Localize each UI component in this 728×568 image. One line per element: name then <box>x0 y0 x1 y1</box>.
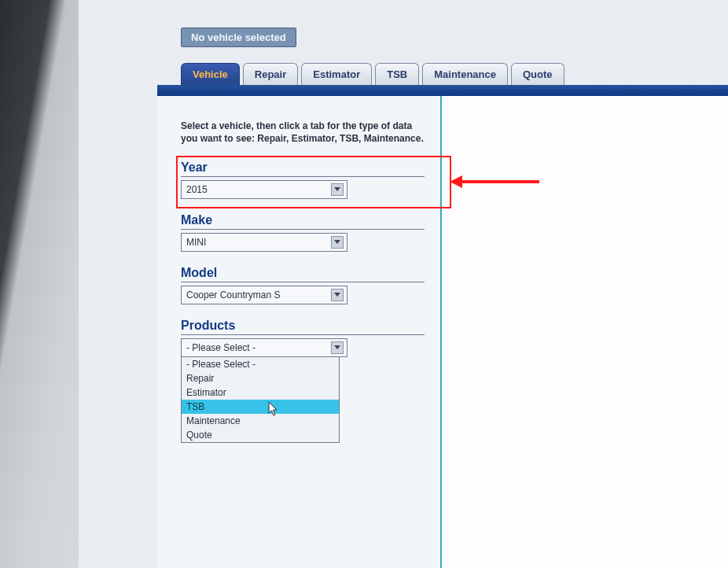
vehicle-status-text: No vehicle selected <box>191 31 286 43</box>
model-dropdown[interactable]: Cooper Countryman S <box>181 286 347 304</box>
make-dropdown[interactable]: MINI <box>181 233 347 252</box>
tab-tsb[interactable]: TSB <box>375 63 419 85</box>
year-value: 2015 <box>186 184 208 195</box>
products-option[interactable]: TSB <box>182 400 339 414</box>
model-label: Model <box>181 266 425 282</box>
vehicle-status-bar: No vehicle selected <box>181 28 296 47</box>
vehicle-selection-pane: Select a vehicle, then click a tab for t… <box>157 96 442 568</box>
year-field-block: Year 2015 <box>181 160 425 199</box>
products-value: - Please Select - <box>186 342 256 353</box>
tab-label: Quote <box>523 68 553 80</box>
chevron-down-icon <box>331 236 344 249</box>
chevron-down-icon <box>331 183 344 196</box>
products-label: Products <box>181 319 425 335</box>
tab-label: TSB <box>387 68 407 80</box>
products-option[interactable]: Maintenance <box>182 414 339 428</box>
model-field-block: Model Cooper Countryman S <box>181 266 425 304</box>
products-option[interactable]: - Please Select - <box>182 357 339 371</box>
products-option[interactable]: Quote <box>182 428 339 442</box>
content-area: Select a vehicle, then click a tab for t… <box>157 96 728 568</box>
tab-label: Repair <box>255 68 286 80</box>
make-value: MINI <box>186 237 206 248</box>
products-option[interactable]: Estimator <box>182 385 339 400</box>
chevron-down-icon <box>331 289 344 301</box>
tab-underline-bar <box>157 85 728 96</box>
tab-label: Maintenance <box>434 68 496 80</box>
content-detail-pane <box>442 96 728 568</box>
products-dropdown[interactable]: - Please Select - <box>181 338 347 357</box>
model-value: Cooper Countryman S <box>186 290 280 301</box>
make-field-block: Make MINI <box>181 213 425 252</box>
tab-quote[interactable]: Quote <box>511 63 564 85</box>
tab-label: Vehicle <box>193 68 228 80</box>
year-dropdown[interactable]: 2015 <box>181 180 347 199</box>
screen-frame: No vehicle selected Vehicle Repair Estim… <box>0 0 728 568</box>
main-tab-row: Vehicle Repair Estimator TSB Maintenance… <box>181 63 564 85</box>
products-listbox[interactable]: - Please Select -RepairEstimatorTSBMaint… <box>181 356 340 443</box>
products-field-block: Products - Please Select - - Please Sele… <box>181 319 425 443</box>
tab-estimator[interactable]: Estimator <box>301 63 372 85</box>
tab-label: Estimator <box>313 68 360 80</box>
products-option[interactable]: Repair <box>182 371 339 385</box>
instructions-text: Select a vehicle, then click a tab for t… <box>181 120 425 145</box>
year-label: Year <box>181 160 425 177</box>
tab-repair[interactable]: Repair <box>243 63 298 85</box>
tab-maintenance[interactable]: Maintenance <box>422 63 508 85</box>
make-label: Make <box>181 213 425 230</box>
app-window: No vehicle selected Vehicle Repair Estim… <box>79 0 728 568</box>
chevron-down-icon <box>331 341 344 354</box>
tab-vehicle[interactable]: Vehicle <box>181 63 240 85</box>
